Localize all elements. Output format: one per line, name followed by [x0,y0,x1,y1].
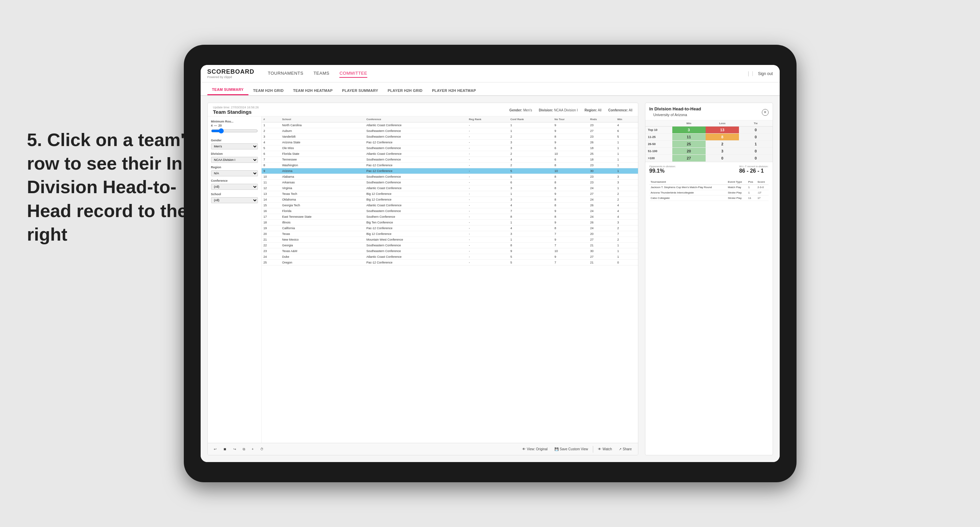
table-row[interactable]: 22 Georgia Southeastern Conference - 8 7… [262,243,638,248]
save-custom-view-btn[interactable]: 💾 Save Custom View [552,446,590,452]
region-filter: Region N/A [211,165,258,176]
table-row[interactable]: 25 Oregon Pac-12 Conference - 5 7 21 0 [262,260,638,265]
cell-school: Texas Tech [280,191,364,197]
h2h-top10-win: 3 [672,127,706,133]
cell-conference: Southeastern Conference [364,174,467,180]
nav-tournaments[interactable]: TOURNAMENTS [268,69,304,78]
h2h-close-btn[interactable]: ✕ [762,109,768,116]
school-select[interactable]: (All) [211,197,258,203]
stop-btn[interactable]: ⏹ [221,446,229,452]
sub-nav-player-h2h-grid[interactable]: PLAYER H2H GRID [383,86,427,95]
nav-teams[interactable]: TEAMS [313,69,329,78]
sub-nav-team-h2h-heatmap[interactable]: TEAM H2H HEATMAP [288,86,337,95]
conference-select[interactable]: (All) [211,184,258,190]
h2h-tie-header: Tie [739,121,772,127]
cell-reg-rank: - [467,203,508,208]
cell-no-tour: 9 [552,191,588,197]
table-row[interactable]: 21 New Mexico Mountain West Conference -… [262,237,638,243]
cell-conference: Pac-12 Conference [364,168,467,174]
cell-reg-rank: - [467,157,508,162]
cell-no-tour: 9 [552,128,588,134]
cell-rnds: 24 [588,186,616,191]
table-row[interactable]: 15 Georgia Tech Atlantic Coast Conferenc… [262,203,638,208]
cell-conf-rank: 3 [508,140,552,145]
share-btn[interactable]: ↗ Share [617,446,634,452]
table-row[interactable]: 12 Virginia Atlantic Coast Conference - … [262,186,638,191]
cell-conf-rank: 2 [508,151,552,157]
watch-btn[interactable]: 👁 Watch [596,446,614,452]
cell-no-tour: 9 [552,220,588,225]
sub-nav-team-h2h-grid[interactable]: TEAM H2H GRID [248,86,288,95]
table-row[interactable]: 11 Arkansas Southeastern Conference - 6 … [262,180,638,186]
col-reg-rank: Reg Rank [467,116,508,122]
undo-btn[interactable]: ↩ [212,446,218,452]
tournament-row[interactable]: Arizona Thunderbirds Intercollegiate Str… [649,190,768,195]
table-row[interactable]: 19 California Pac-12 Conference - 4 8 24… [262,225,638,231]
cell-school: Georgia [280,243,364,248]
cell-reg-rank: - [467,145,508,151]
tournament-row[interactable]: Cabo Collegiate Stroke Play 11 17 [649,195,768,201]
copy-btn[interactable]: ⧉ [241,446,247,452]
table-row[interactable]: 2 Auburn Southeastern Conference - 1 9 2… [262,128,638,134]
table-row[interactable]: 20 Texas Big 12 Conference - 3 7 20 7 [262,231,638,237]
annotation-content: 5. Click on a team's row to see their In… [27,130,195,244]
logo-subtitle: Powered by clippd [207,75,255,79]
table-row[interactable]: 7 Tennessee Southeastern Conference - 4 … [262,157,638,162]
region-select[interactable]: N/A [211,170,258,176]
table-row[interactable]: 6 Florida State Atlantic Coast Conferenc… [262,151,638,157]
cell-reg-rank: - [467,208,508,214]
nav-committee[interactable]: COMMITTEE [339,69,367,78]
cell-reg-rank: - [467,231,508,237]
table-row[interactable]: 14 Oklahoma Big 12 Conference - 3 8 24 2 [262,197,638,203]
table-row[interactable]: 8 Washington Pac-12 Conference - 2 8 23 … [262,162,638,168]
cell-conf-rank: 3 [508,186,552,191]
table-row[interactable]: 18 Illinois Big Ten Conference - 1 9 26 … [262,220,638,225]
tournament-row[interactable]: Jackson T. Stephens Cup Men's Match-Play… [649,185,768,190]
table-row[interactable]: 4 Arizona State Pac-12 Conference - 3 9 … [262,140,638,145]
table-row[interactable]: 5 Ole Miss Southeastern Conference - 3 6… [262,145,638,151]
h2h-grid: Win Loss Tie Top 10 3 13 0 11-25 11 8 0 … [645,121,773,162]
cell-school: Arizona [280,168,364,174]
sub-nav-player-h2h-heatmap[interactable]: PLAYER H2H HEATMAP [427,86,481,95]
min-rounds-slider[interactable] [211,127,258,135]
h2h-51100-win: 20 [672,148,706,155]
annotation-text: 5. Click on a team's row to see their In… [27,128,205,246]
view-original-btn[interactable]: 👁 View: Original [520,446,550,452]
cell-conference: Atlantic Coast Conference [364,254,467,260]
cell-conf-rank: 5 [508,254,552,260]
col-score: Score [756,179,768,185]
h2h-1125-loss: 8 [706,133,739,141]
sub-nav-team-summary[interactable]: TEAM SUMMARY [207,85,248,95]
table-row[interactable]: 23 Texas A&M Southeastern Conference - 9… [262,248,638,254]
table-row[interactable]: 13 Texas Tech Big 12 Conference - 1 9 27… [262,191,638,197]
redo-btn[interactable]: ↪ [231,446,238,452]
sign-out-button[interactable]: Sign out [752,71,773,76]
table-row[interactable]: 16 Florida Southeastern Conference - 7 9… [262,208,638,214]
cell-rank: 11 [262,180,280,186]
school-filter: School (All) [211,192,258,203]
table-row[interactable]: 17 East Tennessee State Southern Confere… [262,214,638,220]
conference-meta: Conference: All [608,108,633,112]
cell-school: Ole Miss [280,145,364,151]
h2h-panel: In Division Head-to-Head University of A… [645,103,773,455]
table-row[interactable]: 9 Arizona Pac-12 Conference - 5 10 30 1 [262,168,638,174]
table-row[interactable]: 3 Vanderbilt Southeastern Conference - 2… [262,134,638,140]
cell-reg-rank: - [467,162,508,168]
table-row[interactable]: 24 Duke Atlantic Coast Conference - 5 9 … [262,254,638,260]
table-row[interactable]: 1 North Carolina Atlantic Coast Conferen… [262,122,638,128]
sub-nav-player-summary[interactable]: PLAYER SUMMARY [337,86,383,95]
clock-btn[interactable]: ⏱ [258,446,266,452]
cell-school: Oregon [280,260,364,265]
cell-score: -17 [756,190,768,195]
table-row[interactable]: 10 Alabama Southeastern Conference - 5 8… [262,174,638,180]
cell-rank: 17 [262,214,280,220]
cell-rnds: 26 [588,220,616,225]
add-btn[interactable]: + [250,446,256,452]
division-select[interactable]: NCAA Division I [211,157,258,163]
h2h-row-gt100-label: >100 [645,155,672,162]
h2h-1125-win: 11 [672,133,706,141]
cell-school: Georgia Tech [280,203,364,208]
h2h-top10-tie: 0 [739,127,772,133]
cell-win: 2 [615,237,638,243]
gender-select[interactable]: Men's [211,143,258,149]
